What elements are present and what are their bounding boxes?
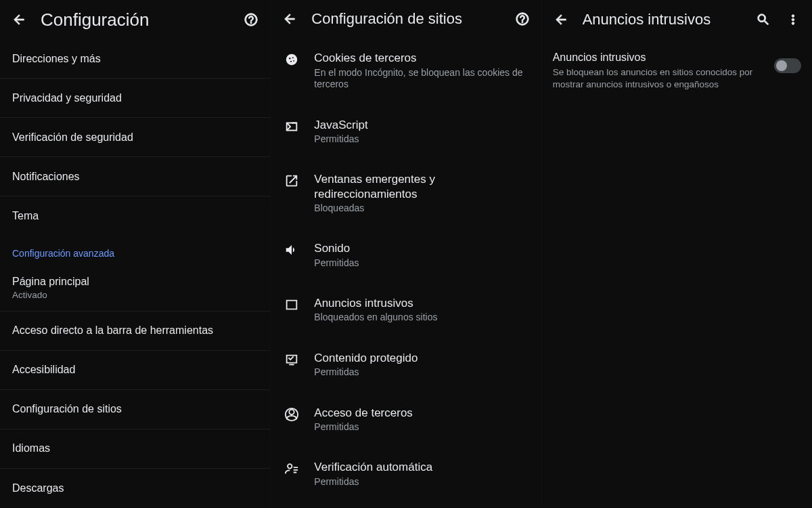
item-label: Página principal: [12, 275, 89, 289]
popup-icon: [284, 173, 299, 188]
search-icon: [756, 12, 771, 27]
sound-icon: [284, 242, 299, 257]
site-settings-list: Cookies de terceros En el modo Incógnito…: [271, 37, 541, 508]
settings-item-safety-check[interactable]: Verificación de seguridad: [0, 118, 270, 157]
settings-item-languages[interactable]: Idiomas: [0, 429, 270, 469]
search-button[interactable]: [750, 6, 777, 33]
settings-item-notifications[interactable]: Notificaciones: [0, 157, 270, 196]
javascript-icon: [284, 119, 299, 134]
item-sublabel: Bloqueados en algunos sitios: [314, 312, 528, 324]
settings-item-downloads[interactable]: Descargas: [0, 469, 270, 508]
site-item-javascript[interactable]: JavaScript Permitidas: [271, 104, 541, 159]
third-party-icon: [284, 407, 299, 422]
item-label: Sonido: [314, 241, 528, 255]
item-sublabel: Permitidas: [314, 133, 528, 146]
settings-item-theme[interactable]: Tema: [0, 196, 270, 236]
intrusive-ads-toggle-row: Anuncios intrusivos Se bloquean los anun…: [542, 39, 812, 103]
help-icon: [515, 12, 530, 26]
intrusive-ads-panel: Anuncios intrusivos Anuncios intrusivos …: [541, 0, 812, 508]
site-settings-title: Configuración de sitios: [306, 10, 505, 28]
item-label: Verificación de seguridad: [12, 131, 133, 144]
detail-sublabel: Se bloquean los anuncios en sitios conoc…: [553, 66, 765, 91]
arrow-back-icon: [554, 12, 568, 27]
intrusive-ads-title: Anuncios intrusivos: [577, 11, 747, 28]
settings-item-addresses[interactable]: Direcciones y más: [0, 39, 270, 79]
more-vert-icon: [786, 12, 800, 27]
intrusive-ads-toggle[interactable]: [774, 58, 801, 73]
item-label: JavaScript: [314, 118, 528, 132]
item-label: Acceso de terceros: [314, 406, 528, 420]
back-button[interactable]: [276, 5, 303, 33]
protected-content-icon: [284, 352, 299, 367]
item-sublabel: Activado: [12, 290, 89, 301]
item-label: Ventanas emergentes y redireccionamiento…: [314, 172, 528, 201]
more-button[interactable]: [780, 6, 807, 33]
site-item-intrusive-ads[interactable]: Anuncios intrusivos Bloqueados en alguno…: [271, 282, 541, 337]
item-label: Privacidad y seguridad: [12, 91, 122, 105]
auto-verify-icon: [284, 461, 299, 476]
settings-item-accessibility[interactable]: Accesibilidad: [0, 351, 270, 390]
site-item-popups[interactable]: Ventanas emergentes y redireccionamiento…: [271, 158, 541, 228]
item-label: Verificación automática: [314, 460, 528, 474]
site-settings-panel: Configuración de sitios Cookies de terce…: [270, 0, 541, 508]
intrusive-ads-appbar: Anuncios intrusivos: [542, 0, 812, 39]
item-sublabel: Bloqueadas: [314, 203, 528, 215]
site-item-protected-content[interactable]: Contenido protegido Permitidas: [271, 337, 541, 392]
detail-title: Anuncios intrusivos: [553, 51, 765, 64]
item-sublabel: En el modo Incógnito, se bloquean las co…: [314, 67, 528, 91]
item-label: Notificaciones: [12, 170, 80, 184]
settings-item-privacy[interactable]: Privacidad y seguridad: [0, 79, 270, 118]
site-item-cookies[interactable]: Cookies de terceros En el modo Incógnito…: [271, 37, 541, 104]
back-button[interactable]: [547, 6, 574, 33]
item-label: Accesibilidad: [12, 363, 75, 377]
item-label: Contenido protegido: [314, 351, 528, 365]
item-label: Cookies de terceros: [314, 51, 528, 65]
item-label: Anuncios intrusivos: [314, 296, 528, 310]
ads-icon: [284, 297, 299, 312]
site-item-site-data[interactable]: Datos de sitios en el dispositivo: [271, 501, 541, 508]
item-label: Tema: [12, 209, 39, 223]
item-label: Direcciones y más: [12, 52, 101, 66]
settings-panel: Configuración Direcciones y más Privacid…: [0, 0, 270, 508]
settings-title: Configuración: [35, 9, 235, 30]
settings-item-homepage[interactable]: Página principal Activado: [0, 266, 270, 312]
back-button[interactable]: [5, 6, 32, 33]
item-label: Descargas: [12, 482, 64, 495]
settings-item-toolbar-shortcut[interactable]: Acceso directo a la barra de herramienta…: [0, 312, 270, 351]
item-label: Acceso directo a la barra de herramienta…: [12, 324, 213, 337]
site-settings-appbar: Configuración de sitios: [271, 0, 541, 37]
arrow-back-icon: [12, 12, 26, 27]
item-label: Idiomas: [12, 442, 50, 455]
settings-item-site-settings[interactable]: Configuración de sitios: [0, 390, 270, 429]
help-button[interactable]: [238, 6, 265, 33]
settings-list: Direcciones y más Privacidad y seguridad…: [0, 39, 270, 508]
advanced-section-header: Configuración avanzada: [0, 236, 270, 266]
help-button[interactable]: [509, 5, 536, 33]
item-sublabel: Permitidas: [314, 257, 528, 270]
toggle-knob: [776, 60, 787, 71]
help-icon: [244, 12, 258, 27]
item-sublabel: Permitidas: [314, 421, 528, 433]
item-label: Configuración de sitios: [12, 402, 122, 416]
item-sublabel: Permitidas: [314, 366, 528, 379]
site-item-third-party-access[interactable]: Acceso de terceros Permitidas: [271, 392, 541, 447]
cookie-icon: [284, 52, 299, 67]
item-sublabel: Permitidas: [314, 476, 528, 488]
arrow-back-icon: [282, 12, 297, 26]
settings-appbar: Configuración: [0, 0, 270, 39]
site-item-sound[interactable]: Sonido Permitidas: [271, 228, 541, 282]
site-item-auto-verify[interactable]: Verificación automática Permitidas: [271, 446, 541, 501]
